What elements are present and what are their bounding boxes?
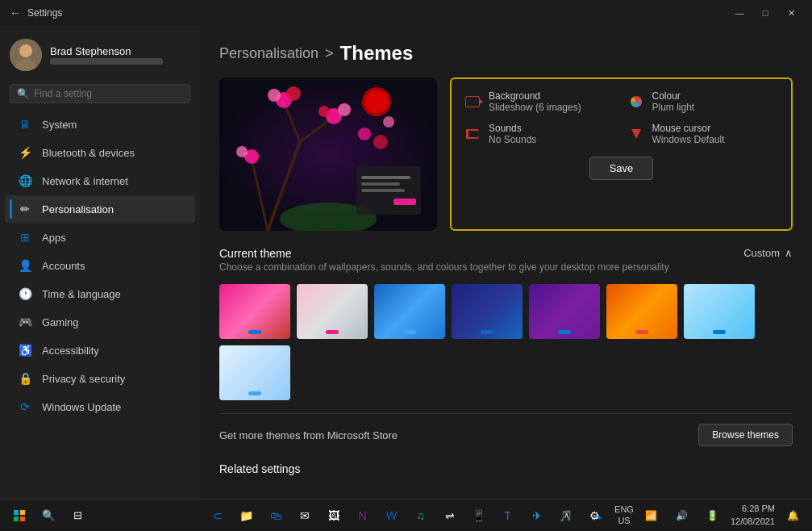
current-theme-action[interactable]: Custom ∧	[743, 247, 793, 259]
battery-button[interactable]: 🔋	[700, 503, 726, 529]
preview-dialog-button	[394, 199, 416, 205]
sidebar-item-label: Network & internet	[42, 175, 128, 187]
bluetooth-icon: ⚡	[18, 145, 32, 160]
notification-button[interactable]: 🔔	[780, 503, 806, 529]
browse-themes-button[interactable]: Browse themes	[698, 424, 793, 446]
cursor-info-item[interactable]: Mouse cursor Windows Default	[627, 123, 781, 145]
file-explorer-button[interactable]: 📁	[234, 503, 260, 529]
theme-thumbnail-7[interactable]	[684, 284, 755, 339]
theme-thumbnail-3[interactable]	[374, 284, 445, 339]
teams-button[interactable]: T	[495, 503, 521, 529]
minimize-button[interactable]: —	[728, 5, 751, 21]
cursor-value: Windows Default	[652, 134, 725, 145]
music-button[interactable]: 🎵	[553, 503, 579, 529]
mail-button[interactable]: ✉	[292, 503, 318, 529]
telegram-button[interactable]: ✈	[524, 503, 550, 529]
store-section: Get more themes from Microsoft Store Bro…	[219, 413, 793, 456]
theme-thumbnail-6[interactable]	[606, 284, 677, 339]
edge-icon: ⊂	[213, 509, 223, 522]
monitor-icon: 🖥	[18, 117, 32, 132]
apps-icon: ⊞	[18, 230, 32, 245]
task-view-button[interactable]: ⊟	[65, 503, 90, 529]
theme-thumbnail-8[interactable]	[219, 345, 290, 400]
sidebar-item-time[interactable]: 🕐 Time & language	[5, 280, 195, 307]
mail-icon: ✉	[300, 509, 310, 522]
theme-info-grid: Background Slideshow (6 images) Colour P…	[463, 90, 780, 145]
svg-point-1	[19, 44, 32, 57]
volume-button[interactable]: 🔊	[669, 503, 695, 529]
sidebar-item-gaming[interactable]: 🎮 Gaming	[5, 308, 195, 336]
theme-thumbnail-1[interactable]	[219, 284, 290, 339]
sidebar-item-update[interactable]: ⟳ Windows Update	[5, 393, 195, 420]
breadcrumb-parent[interactable]: Personalisation	[219, 45, 319, 62]
battery-icon: 🔋	[706, 510, 718, 521]
clock-display[interactable]: 6:28 PM 12/08/2021	[731, 503, 775, 528]
theme-thumbnail-2[interactable]	[297, 284, 368, 339]
sidebar-item-accessibility[interactable]: ♿ Accessibility	[5, 337, 195, 364]
background-info-item[interactable]: Background Slideshow (6 images)	[463, 90, 617, 113]
edge-button[interactable]: ⊂	[205, 503, 231, 529]
win-logo-q3	[14, 516, 19, 521]
avatar	[10, 39, 42, 71]
time-value: 6:28 PM	[731, 503, 775, 515]
taskbar-app-6[interactable]: 📱	[466, 503, 492, 529]
store-button[interactable]: 🛍	[263, 503, 289, 529]
sounds-label: Sounds	[489, 123, 536, 134]
titlebar: ← Settings — □ ✕	[0, 0, 812, 26]
theme-preview-image	[219, 77, 437, 231]
sidebar-item-personalisation[interactable]: ✏ Personalisation	[5, 195, 195, 223]
svg-point-20	[365, 90, 388, 113]
sidebar-item-apps[interactable]: ⊞ Apps	[5, 224, 195, 251]
close-button[interactable]: ✕	[780, 5, 802, 21]
language-display: ENG US	[614, 504, 634, 525]
sidebar-item-label: Accounts	[42, 260, 85, 272]
save-theme-button[interactable]: Save	[589, 157, 654, 180]
settings-taskbar-button[interactable]: ⚙	[582, 503, 608, 529]
content-area: Personalisation > Themes	[200, 26, 812, 499]
svg-point-16	[358, 128, 371, 140]
spotify-button[interactable]: ♫	[408, 503, 434, 529]
theme-preview-area: Background Slideshow (6 images) Colour P…	[219, 77, 793, 231]
volume-icon: 🔊	[676, 510, 688, 521]
svg-point-12	[338, 103, 351, 116]
background-text: Background Slideshow (6 images)	[489, 90, 581, 113]
sidebar-item-bluetooth[interactable]: ⚡ Bluetooth & devices	[5, 139, 195, 166]
sidebar-item-label: Privacy & security	[42, 373, 125, 385]
photos-button[interactable]: 🖼	[321, 503, 347, 529]
theme-thumbnail-5[interactable]	[529, 284, 600, 339]
svg-point-18	[373, 135, 388, 149]
search-box[interactable]: 🔍	[10, 84, 190, 103]
teams-icon: T	[504, 509, 511, 522]
taskbar-center: ⊂ 📁 🛍 ✉ 🖼 N W ♫ ⇌ 📱 T ✈ 🎵 ⚙	[205, 503, 608, 529]
sidebar-item-label: Accessibility	[42, 345, 99, 357]
sidebar-item-label: Gaming	[42, 316, 79, 328]
sidebar-item-network[interactable]: 🌐 Network & internet	[5, 167, 195, 194]
colour-info-item[interactable]: Colour Plum light	[627, 90, 781, 113]
user-icon: 👤	[18, 258, 32, 273]
back-button[interactable]: ←	[10, 6, 21, 19]
taskbar: 🔍 ⊟ ⊂ 📁 🛍 ✉ 🖼 N W ♫ ⇌ 📱 T ✈ 🎵 ⚙ ∧ ☁ ENG …	[0, 499, 812, 531]
windows-logo	[14, 510, 25, 521]
onenote-button[interactable]: N	[350, 503, 376, 529]
telegram-icon: ✈	[532, 509, 542, 522]
sounds-info-item[interactable]: Sounds No Sounds	[463, 123, 617, 145]
sidebar-item-system[interactable]: 🖥 System	[5, 111, 195, 138]
custom-label: Custom	[743, 247, 780, 259]
sidebar-item-accounts[interactable]: 👤 Accounts	[5, 252, 195, 279]
taskbar-left: 🔍 ⊟	[6, 503, 90, 529]
word-button[interactable]: W	[379, 503, 405, 529]
sidebar-item-label: Windows Update	[42, 401, 121, 413]
background-label: Background	[489, 90, 581, 102]
sidebar-item-label: Bluetooth & devices	[42, 147, 135, 159]
store-text: Get more themes from Microsoft Store	[219, 429, 398, 441]
preview-dialog-overlay	[356, 166, 421, 215]
switch-button[interactable]: ⇌	[437, 503, 463, 529]
search-input[interactable]	[34, 88, 183, 99]
wifi-taskbar-button[interactable]: 📶	[639, 503, 664, 529]
theme-thumbnail-4[interactable]	[452, 284, 523, 339]
sidebar-item-privacy[interactable]: 🔒 Privacy & security	[5, 365, 195, 392]
user-section[interactable]: Brad Stephenson	[0, 26, 200, 81]
maximize-button[interactable]: □	[754, 5, 777, 21]
search-taskbar-button[interactable]: 🔍	[35, 503, 61, 529]
start-button[interactable]	[6, 503, 32, 529]
